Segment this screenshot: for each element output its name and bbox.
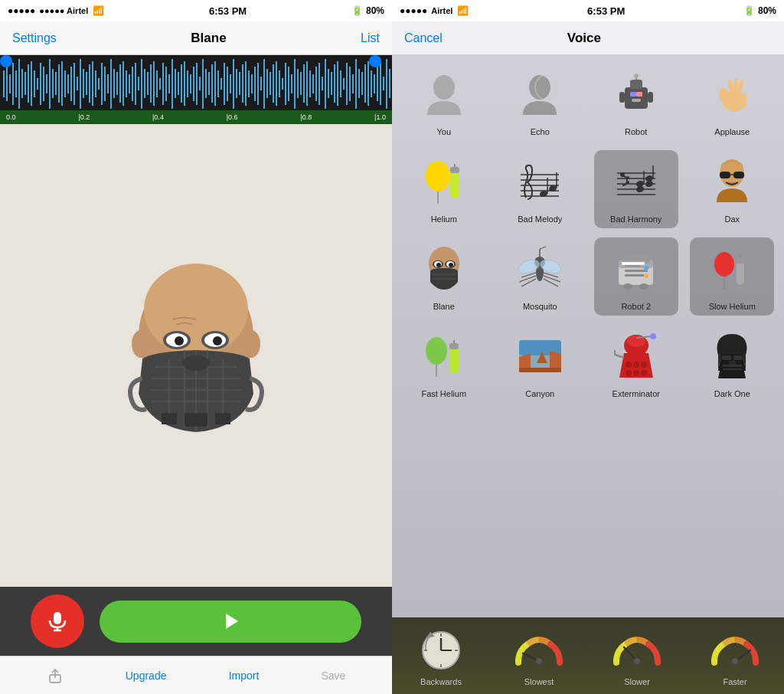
applause-icon	[704, 67, 760, 123]
svg-rect-123	[377, 67, 378, 101]
svg-rect-88	[270, 72, 271, 95]
dax-icon	[704, 155, 760, 210]
svg-rect-74	[227, 67, 228, 101]
svg-rect-36	[110, 59, 112, 109]
carrier-right: Airtel	[431, 6, 452, 15]
svg-rect-227	[737, 257, 744, 264]
helium-icon	[416, 155, 472, 210]
svg-rect-256	[723, 368, 742, 370]
svg-rect-118	[361, 72, 363, 95]
svg-rect-61	[187, 70, 188, 97]
fast-helium-icon	[416, 329, 472, 385]
svg-rect-150	[625, 87, 648, 109]
share-button[interactable]	[47, 667, 64, 684]
slowest-icon	[511, 627, 567, 673]
svg-rect-13	[40, 63, 41, 105]
voice-item-canyon[interactable]: Canyon	[498, 325, 582, 403]
list-button[interactable]: List	[361, 31, 380, 45]
voice-item-slowest[interactable]: Slowest	[497, 622, 581, 691]
svg-rect-52	[159, 78, 161, 90]
svg-point-182	[626, 181, 629, 184]
bad-harmony-icon	[609, 155, 664, 210]
svg-rect-221	[622, 262, 645, 265]
timeline-label-4: |0.8	[300, 113, 312, 121]
signal-status: ●●●●● ●●●●● Airtel 📶	[8, 5, 104, 16]
voice-item-helium[interactable]: Helium	[402, 150, 486, 228]
voice-item-mosquito[interactable]: Mosquito	[498, 237, 582, 316]
svg-rect-105	[322, 77, 323, 90]
svg-rect-43	[132, 67, 133, 101]
record-button[interactable]	[31, 594, 84, 648]
svg-rect-54	[165, 67, 167, 101]
voice-item-backwards[interactable]: Backwards	[399, 622, 483, 691]
echo-icon	[512, 67, 567, 123]
voice-item-echo[interactable]: Echo	[498, 63, 582, 141]
svg-rect-8	[24, 72, 26, 95]
svg-rect-33	[101, 63, 103, 105]
svg-rect-226	[737, 260, 744, 285]
timeline-label-0: 0.0	[6, 113, 16, 121]
voice-item-slow-helium[interactable]: Slow Helium	[690, 237, 774, 316]
voice-grid: You Echo	[392, 55, 784, 617]
voice-item-faster[interactable]: Faster	[693, 622, 777, 691]
robot-icon	[609, 67, 664, 123]
slow-helium-icon	[704, 242, 760, 297]
svg-rect-24	[74, 63, 75, 105]
voice-item-robot[interactable]: Robot	[594, 63, 678, 141]
voice-item-exterminator[interactable]: Exterminator	[594, 325, 678, 403]
svg-rect-85	[260, 77, 262, 90]
signal-dots-right: ●●●●●	[400, 5, 427, 16]
svg-rect-102	[312, 74, 314, 93]
svg-rect-32	[98, 78, 100, 90]
voice-item-blane[interactable]: Blane	[402, 237, 486, 316]
status-bar-right: ●●●●● Airtel 📶 6:53 PM 🔋 80%	[392, 0, 784, 21]
voice-item-applause[interactable]: Applause	[690, 63, 774, 141]
voice-item-dax[interactable]: Dax	[690, 150, 774, 228]
svg-rect-120	[368, 61, 369, 106]
blane-label: Blane	[433, 302, 455, 311]
voice-row-4: Fast Helium	[396, 325, 780, 403]
exterminator-icon	[609, 329, 664, 385]
svg-rect-253	[733, 355, 743, 360]
voice-item-robot2[interactable]: Robot 2	[594, 237, 678, 316]
play-button[interactable]	[100, 601, 361, 643]
svg-rect-18	[55, 72, 57, 95]
slow-helium-label: Slow Helium	[709, 302, 756, 311]
svg-rect-31	[95, 70, 96, 97]
svg-rect-115	[352, 74, 354, 93]
voice-item-dark-one[interactable]: Dark One	[690, 325, 774, 403]
cancel-button[interactable]: Cancel	[404, 31, 443, 45]
faster-icon	[707, 627, 763, 673]
svg-point-248	[633, 370, 639, 376]
upgrade-button[interactable]: Upgrade	[126, 669, 167, 682]
svg-rect-35	[107, 74, 109, 93]
right-panel: ●●●●● Airtel 📶 6:53 PM 🔋 80% Cancel Voic…	[392, 0, 784, 694]
carrier-name: ●●●●● Airtel	[39, 6, 88, 15]
robot2-icon	[609, 242, 664, 297]
settings-button[interactable]: Settings	[12, 31, 57, 45]
voice-item-bad-harmony[interactable]: Bad Harmony	[594, 150, 678, 228]
svg-rect-98	[300, 72, 302, 95]
mosquito-label: Mosquito	[523, 302, 557, 311]
svg-point-220	[644, 273, 648, 278]
canyon-icon	[512, 329, 567, 385]
svg-rect-116	[355, 59, 357, 109]
svg-rect-15	[46, 74, 47, 93]
svg-rect-59	[181, 64, 182, 103]
import-button[interactable]: Import	[229, 669, 260, 682]
save-button[interactable]: Save	[321, 669, 345, 682]
status-time-right: 6:53 PM	[587, 5, 625, 17]
svg-rect-109	[334, 64, 335, 103]
svg-line-250	[615, 355, 624, 358]
voice-item-slower[interactable]: Slower	[595, 622, 679, 691]
svg-point-139	[213, 336, 222, 345]
canyon-label: Canyon	[525, 389, 554, 398]
svg-rect-119	[364, 64, 366, 103]
svg-rect-232	[449, 343, 459, 349]
dark-one-icon	[704, 329, 760, 385]
voice-item-bad-melody[interactable]: Bad Melody	[498, 150, 582, 228]
voice-item-you[interactable]: You	[402, 63, 486, 141]
page-title-left: Blane	[191, 31, 226, 46]
voice-item-fast-helium[interactable]: Fast Helium	[402, 325, 486, 403]
mosquito-icon	[512, 242, 567, 297]
